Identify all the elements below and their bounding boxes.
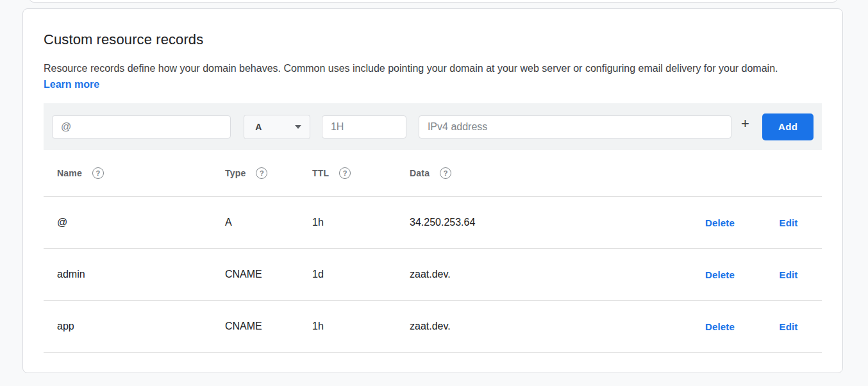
chevron-down-icon (295, 125, 301, 129)
column-header-data: Data ? (410, 167, 685, 179)
column-header-label: Type (225, 168, 246, 178)
record-name-cell: app (57, 321, 225, 332)
description-text: Resource records define how your domain … (44, 63, 778, 74)
card-title: Custom resource records (44, 31, 822, 49)
record-type-select[interactable]: A (244, 115, 310, 139)
table-row: app CNAME 1h zaat.dev. Delete Edit (44, 301, 822, 353)
record-type-cell: A (225, 217, 312, 228)
table-row: @ A 1h 34.250.253.64 Delete Edit (44, 197, 822, 249)
card-description: Resource records define how your domain … (44, 60, 803, 92)
column-header-ttl: TTL ? (312, 167, 410, 179)
delete-button[interactable]: Delete (705, 321, 735, 332)
record-name-input[interactable] (52, 115, 231, 138)
record-data-cell: zaat.dev. (410, 321, 685, 332)
record-type-cell: CNAME (225, 321, 312, 332)
record-data-input[interactable] (419, 115, 731, 138)
record-ttl-cell: 1h (312, 217, 410, 228)
table-row: admin CNAME 1d zaat.dev. Delete Edit (44, 249, 822, 301)
column-header-label: TTL (312, 168, 329, 178)
record-data-cell: 34.250.253.64 (410, 217, 685, 228)
record-ttl-input[interactable] (322, 115, 406, 138)
help-icon[interactable]: ? (339, 167, 351, 179)
edit-button[interactable]: Edit (779, 321, 797, 332)
learn-more-link[interactable]: Learn more (44, 79, 99, 90)
help-icon[interactable]: ? (440, 167, 451, 179)
record-ttl-cell: 1d (312, 269, 410, 280)
record-type-cell: CNAME (225, 269, 312, 280)
help-icon[interactable]: ? (256, 167, 267, 179)
record-name-cell: admin (57, 269, 225, 280)
record-type-selected-value: A (255, 122, 262, 132)
edit-button[interactable]: Edit (779, 217, 797, 228)
column-header-label: Name (57, 168, 82, 178)
previous-card-edge (29, 0, 838, 3)
record-data-cell: zaat.dev. (410, 269, 685, 280)
delete-button[interactable]: Delete (705, 217, 735, 228)
record-name-cell: @ (57, 217, 225, 228)
help-icon[interactable]: ? (92, 167, 104, 179)
record-ttl-cell: 1h (312, 321, 410, 332)
column-header-type: Type ? (225, 167, 312, 179)
add-record-button[interactable]: Add (762, 113, 814, 140)
column-header-label: Data (410, 168, 430, 178)
table-header-row: Name ? Type ? TTL ? Data ? (44, 150, 822, 197)
delete-button[interactable]: Delete (705, 269, 735, 280)
custom-resource-records-card: Custom resource records Resource records… (22, 8, 843, 373)
column-header-name: Name ? (57, 167, 225, 179)
add-data-row-plus-button[interactable]: + (735, 113, 755, 134)
edit-button[interactable]: Edit (779, 269, 797, 280)
add-record-form: A + Add (44, 103, 822, 150)
